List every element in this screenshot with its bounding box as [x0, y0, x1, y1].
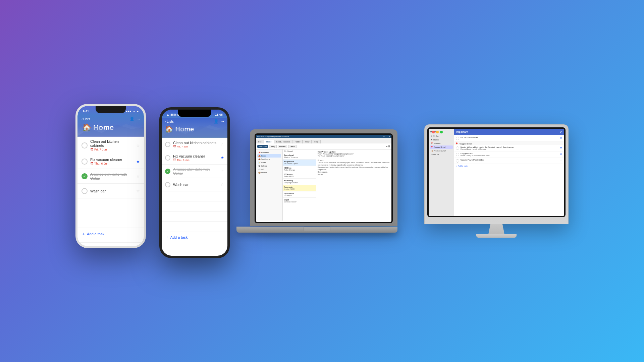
check-1-black[interactable]	[165, 142, 170, 147]
launch-icon: 📋	[431, 150, 433, 152]
star-3-white[interactable]: ☆	[136, 174, 140, 179]
star-2-black[interactable]: ★	[221, 156, 224, 160]
nav-deleted[interactable]: 🗑 Deleted	[257, 164, 281, 168]
todo-nav-starred[interactable]: ★ Starred	[430, 138, 453, 141]
todo-star-1[interactable]: ★	[560, 136, 562, 139]
todo-list-title: Important	[456, 130, 468, 133]
todo-star-4[interactable]: ☆	[560, 159, 562, 162]
todo-nav-flagged[interactable]: 🚩 Flagged Email	[430, 145, 453, 149]
todo-task-title-4: Update PowerPoint Slides	[461, 159, 558, 161]
back-btn-white[interactable]: ‹ Lists	[82, 117, 90, 121]
todo-star-2[interactable]: ★	[560, 146, 562, 149]
todo-task-nestor[interactable]: Nestor Wilke added you to the Product La…	[454, 145, 564, 152]
todo-star-3[interactable]: ★	[560, 153, 562, 156]
task-content-4-black: Wash car	[173, 183, 218, 187]
battery-white: ■	[137, 110, 139, 113]
email-item-3[interactable]: HR Dept Policy Change	[283, 166, 316, 172]
minimize-traffic-light[interactable]	[436, 131, 439, 133]
check-4-black[interactable]	[165, 182, 170, 187]
todo-add-task-mac[interactable]: + Add a task	[454, 164, 564, 168]
view-icon-1[interactable]: ≡	[386, 145, 387, 148]
todo-nav-product-launch[interactable]: 📋 Product launch	[430, 149, 453, 153]
star-2-white[interactable]: ★	[136, 159, 140, 164]
email-item-1[interactable]: Team Lead Meeting Tomorrow	[283, 153, 316, 160]
tab-folder[interactable]: Folder	[292, 140, 303, 143]
todo-task-sub-3: Home · Is only a · View Attached · Note	[461, 155, 558, 157]
starred-label: Starred	[433, 139, 439, 141]
tab-send-receive[interactable]: Send / Receive	[274, 140, 292, 143]
email-list: All · Unread Team Lead Meeting Tomorrow …	[283, 149, 316, 221]
todo-main-header: Important ⤢	[454, 129, 564, 135]
nav-favorites[interactable]: 📌 Favorites	[257, 151, 281, 154]
tab-help[interactable]: Help	[312, 140, 320, 143]
star-4-white[interactable]: ☆	[136, 189, 140, 193]
delete-btn[interactable]: Delete	[288, 145, 296, 148]
email-item-4[interactable]: IT Support Ticket #4521	[283, 172, 316, 179]
todo-task-list-mac: Fix vacuum cleaner ★ 🚩 Flagged Email	[454, 135, 564, 169]
check-2-white[interactable]	[82, 159, 88, 165]
star-3-black[interactable]: ☆	[221, 169, 224, 173]
nav-junk[interactable]: ⚠ Junk	[257, 168, 281, 171]
view-icon-2[interactable]: ⊞	[388, 145, 390, 148]
check-4-white[interactable]	[82, 188, 88, 194]
task-item-3-black[interactable]: ✓ Arrange play date with Oskar ☆	[162, 165, 227, 178]
forward-btn[interactable]: Forward	[278, 145, 287, 148]
todo-check-1[interactable]	[456, 137, 459, 140]
todo-task-fix-vacuum[interactable]: Fix vacuum cleaner ★	[454, 135, 564, 141]
star-4-black[interactable]: ☆	[221, 182, 224, 187]
new-email-btn[interactable]: New Email	[257, 145, 268, 148]
close-btn[interactable]: ✕	[388, 135, 390, 137]
todo-nav-new-list[interactable]: + New list	[430, 153, 453, 156]
email-item-7[interactable]: Operations Q3 Report	[283, 191, 316, 198]
nav-inbox[interactable]: 📥 Inbox	[257, 154, 281, 158]
laptop-trackpad[interactable]	[304, 227, 330, 231]
task-name-3-white: Arrange play date with Oskar	[90, 172, 133, 180]
check-3-white[interactable]: ✓	[82, 173, 88, 179]
task-item-2-black[interactable]: Fix vacuum cleaner ⏰ Thu, 6 Jun ★	[162, 151, 227, 165]
tab-home[interactable]: Home	[264, 140, 274, 143]
todo-task-info-1: Fix vacuum cleaner	[461, 136, 558, 138]
star-1-white[interactable]: ☆	[136, 143, 140, 148]
tab-file[interactable]: File	[256, 140, 264, 143]
outlook-titlebar: Inbox - name@example.com - Outlook ─ □ ✕	[256, 135, 391, 138]
star-1-black[interactable]: ☆	[221, 142, 224, 146]
todo-check-2[interactable]	[456, 146, 459, 150]
task-content-1-black: Clean out kitchen cabinets ⏰ Fri, 7 Jun	[173, 141, 218, 148]
email-item-6[interactable]: Accounts Invoice #1089	[283, 185, 316, 191]
reply-btn[interactable]: Reply	[269, 145, 277, 148]
imac-base	[476, 234, 517, 238]
nav-sent[interactable]: 📤 Sent Items	[257, 158, 281, 161]
check-3-black[interactable]: ✓	[165, 169, 170, 174]
iphone-black-notch	[178, 110, 211, 117]
task-item-4-black[interactable]: Wash car ☆	[162, 178, 227, 191]
maximize-btn[interactable]: □	[386, 135, 387, 137]
more-icon-white[interactable]: ···	[137, 117, 140, 121]
add-task-black[interactable]: + Add a task	[162, 232, 227, 242]
todo-check-3[interactable]	[456, 153, 459, 156]
check-2-black[interactable]	[165, 155, 170, 161]
email-item-8[interactable]: Legal Contract Review	[283, 198, 316, 204]
minimize-btn[interactable]: ─	[383, 135, 385, 137]
task-item-4-white[interactable]: Wash car ☆	[77, 184, 144, 198]
maximize-traffic-light[interactable]	[440, 131, 443, 133]
todo-nav-planned[interactable]: 📅 Planned	[430, 142, 453, 145]
todo-nav-myday[interactable]: ☀ My Day	[430, 134, 453, 138]
task-item-1-black[interactable]: Clean out kitchen cabinets ⏰ Fri, 7 Jun …	[162, 138, 227, 151]
close-traffic-light[interactable]	[432, 131, 435, 133]
task-item-2-white[interactable]: Fix vacuum cleaner ⏰ Thu, 6 Jun ★	[77, 154, 144, 169]
add-task-white[interactable]: + Add a task	[77, 228, 144, 240]
todo-header-expand[interactable]: ⤢	[559, 130, 562, 133]
todo-task-powerpoint[interactable]: Update PowerPoint Slides ☆	[454, 158, 564, 164]
todo-plus-mac: +	[456, 165, 457, 167]
todo-task-flagged-email[interactable]: Flagged Email Home · Is only a · View At…	[454, 152, 564, 158]
email-item-2[interactable]: Megan2025 Re: Project Update	[283, 160, 316, 166]
nav-drafts[interactable]: 📝 Drafts	[257, 161, 281, 164]
task-item-3-white[interactable]: ✓ Arrange play date with Oskar ☆	[77, 169, 144, 184]
tab-view[interactable]: View	[303, 140, 312, 143]
nav-archive[interactable]: 📦 Archive	[257, 171, 281, 174]
email-item-5[interactable]: Marketing Campaign Launch	[283, 179, 316, 185]
person-icon-white[interactable]: 👤	[129, 117, 135, 121]
check-1-white[interactable]	[82, 142, 88, 148]
task-item-1-white[interactable]: Clean out kitchen cabinets ⏰ Fri, 7 Jun …	[77, 137, 144, 154]
todo-check-4[interactable]	[456, 159, 459, 163]
